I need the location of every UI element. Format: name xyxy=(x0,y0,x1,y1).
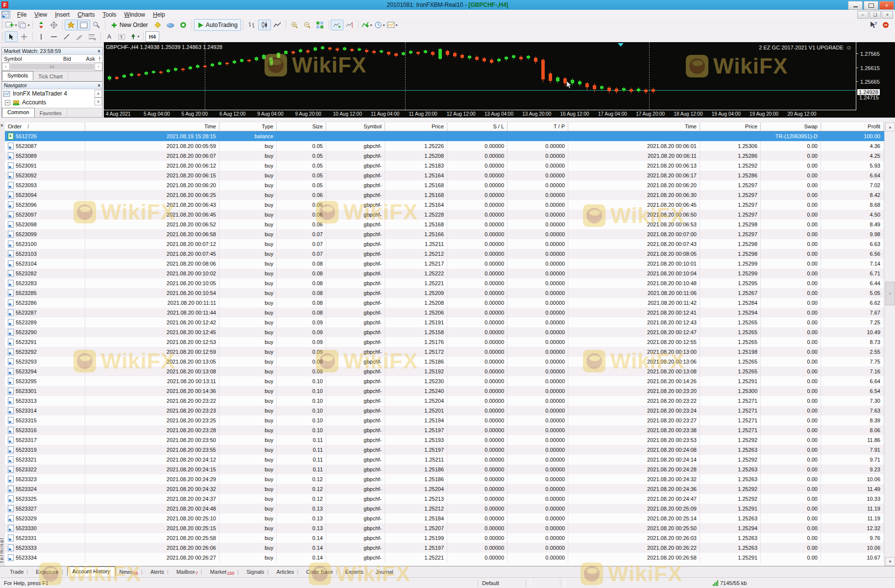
table-row[interactable]: 55230982021.08.20 00:06:52buy0.06gbpchf-… xyxy=(5,220,884,229)
table-row[interactable]: 55233332021.08.20 00:26:06buy0.14gbpchf-… xyxy=(5,543,884,553)
tab-tick-chart[interactable]: Tick Chart xyxy=(33,73,68,80)
text-label-icon[interactable]: T xyxy=(116,31,128,42)
line-chart-icon[interactable] xyxy=(271,20,284,30)
market-watch-hscrollbar[interactable]: ‹ III › xyxy=(2,63,102,71)
terminal-close-icon[interactable]: × xyxy=(0,123,3,128)
column-header-price[interactable]: Price xyxy=(385,122,447,131)
crosshair-icon[interactable] xyxy=(18,31,30,42)
tab-news[interactable]: News56| xyxy=(116,568,146,576)
vertical-line-icon[interactable] xyxy=(35,31,48,42)
tab-journal[interactable]: Journal xyxy=(372,568,397,576)
chart-plot-area[interactable]: GBPCHF-,H4 1.24938 1.25039 1.24863 1.249… xyxy=(104,42,856,110)
table-row[interactable]: 55233212021.08.20 00:24:12buy0.11gbpchf-… xyxy=(5,455,884,465)
child-restore-button[interactable]: ❏ xyxy=(870,11,881,19)
table-row[interactable]: 55233012021.08.20 00:14:36buy0.10gbpchf-… xyxy=(5,386,884,396)
new-order-button[interactable]: New Order xyxy=(107,19,151,31)
timeframe-h4-button[interactable]: H4 xyxy=(145,31,159,42)
tab-experts[interactable]: Experts| xyxy=(341,568,371,576)
minimize-button[interactable] xyxy=(848,1,863,10)
new-chart-button[interactable]: ▾ xyxy=(5,20,18,30)
bar-chart-icon[interactable] xyxy=(245,20,258,30)
menu-item-help[interactable]: Help xyxy=(149,10,169,19)
arrows-button[interactable]: ▾ xyxy=(128,31,141,42)
scroll-up-icon[interactable]: ∧ xyxy=(95,90,102,98)
column-header-time[interactable]: Time xyxy=(85,122,219,131)
tab-articles[interactable]: Articles| xyxy=(272,568,302,576)
navigator-close-icon[interactable]: × xyxy=(97,83,100,88)
autotrading-button[interactable]: AutoTrading xyxy=(194,19,241,31)
alerts-sound-icon[interactable] xyxy=(177,20,190,30)
tab-symbols[interactable]: Symbols xyxy=(2,71,33,80)
account-history-table[interactable]: Order/TimeTypeSizeSymbolPriceS / LT / PT… xyxy=(5,122,884,566)
chart-shift-icon[interactable] xyxy=(343,20,356,30)
table-row[interactable]: 55232852021.08.20 00:10:54buy0.08gbpchf-… xyxy=(5,288,884,298)
column-header-type[interactable]: Type xyxy=(219,122,277,131)
metaeditor-icon[interactable] xyxy=(151,20,164,30)
table-row[interactable]: 55233342021.08.20 00:26:27buy0.14gbpchf-… xyxy=(5,553,884,563)
table-row[interactable]: 55231042021.08.20 00:08:06buy0.08gbpchf-… xyxy=(5,259,884,269)
balance-row[interactable]: 55127262021.08.19 15:28:15balanceTR-(120… xyxy=(5,131,884,141)
scroll-left-icon[interactable]: ‹ xyxy=(2,63,10,71)
column-header-price[interactable]: Price xyxy=(700,122,761,131)
trendline-icon[interactable] xyxy=(60,31,73,42)
table-row[interactable]: 55231032021.08.20 00:07:45buy0.07gbpchf-… xyxy=(5,249,884,259)
table-row[interactable]: 55233272021.08.20 00:24:48buy0.13gbpchf-… xyxy=(5,504,884,514)
table-row[interactable]: 55230962021.08.20 00:06:43buy0.06gbpchf-… xyxy=(5,200,884,210)
maximize-button[interactable] xyxy=(864,1,878,10)
strategy-tester-icon[interactable] xyxy=(90,20,103,30)
table-row[interactable]: 55233222021.08.20 00:24:15buy0.11gbpchf-… xyxy=(5,465,884,474)
terminal-toggle-icon[interactable] xyxy=(77,20,90,30)
table-row[interactable]: 55230912021.08.20 00:06:12buy0.05gbpchf-… xyxy=(5,161,884,171)
table-row[interactable]: 55233192021.08.20 00:23:55buy0.11gbpchf-… xyxy=(5,445,884,455)
table-row[interactable]: 55232862021.08.20 00:11:11buy0.08gbpchf-… xyxy=(5,298,884,308)
table-row[interactable]: 55232832021.08.20 00:10:05buy0.08gbpchf-… xyxy=(5,278,884,288)
table-row[interactable]: 55232952021.08.20 00:13:11buy0.10gbpchf-… xyxy=(5,376,884,386)
tab-code-base[interactable]: Code Base| xyxy=(302,568,341,576)
column-header-size[interactable]: Size xyxy=(277,122,326,131)
table-row[interactable]: 55233312021.08.20 00:25:58buy0.14gbpchf-… xyxy=(5,533,884,543)
close-button[interactable]: × xyxy=(879,1,894,10)
column-header-profit[interactable]: Profit xyxy=(821,122,884,131)
cursor-icon[interactable] xyxy=(5,31,18,42)
notification-icon[interactable] xyxy=(879,20,892,30)
table-row[interactable]: 55233152021.08.20 00:23:25buy0.10gbpchf-… xyxy=(5,416,884,425)
table-row[interactable]: 55232872021.08.20 00:11:44buy0.08gbpchf-… xyxy=(5,308,884,318)
table-row[interactable]: 55233142021.08.20 00:23:23buy0.10gbpchf-… xyxy=(5,406,884,416)
context-help-icon[interactable]: ? xyxy=(867,20,879,30)
zoom-in-icon[interactable] xyxy=(288,20,301,30)
table-row[interactable]: 55233292021.08.20 00:25:10buy0.13gbpchf-… xyxy=(5,514,884,523)
tab-mailbox[interactable]: Mailbox7| xyxy=(172,568,206,576)
tab-account-history[interactable]: Account History xyxy=(67,566,116,576)
publisher-icon[interactable] xyxy=(164,20,177,30)
table-row[interactable]: 55233302021.08.20 00:25:15buy0.13gbpchf-… xyxy=(5,523,884,533)
table-row[interactable]: 55230992021.08.20 00:06:58buy0.07gbpchf-… xyxy=(5,229,884,239)
tab-market[interactable]: Market150| xyxy=(206,568,243,576)
scroll-thumb[interactable]: ≡ xyxy=(885,282,895,305)
column-header-swap[interactable]: Swap xyxy=(761,122,821,131)
tab-trade[interactable]: Trade| xyxy=(6,568,32,576)
market-watch-close-icon[interactable]: × xyxy=(97,49,100,54)
price-axis[interactable]: 1.275651.266151.256651.249281.24715 xyxy=(856,42,895,110)
indicators-button[interactable]: ▾ xyxy=(361,20,373,30)
scroll-up-icon[interactable]: ▲ xyxy=(885,122,895,131)
tab-alerts[interactable]: Alerts| xyxy=(146,568,172,576)
text-icon[interactable]: A xyxy=(103,31,116,42)
table-row[interactable]: 55232822021.08.20 00:10:02buy0.08gbpchf-… xyxy=(5,269,884,278)
auto-scroll-icon[interactable] xyxy=(331,20,343,30)
market-watch-toggle-icon[interactable] xyxy=(35,20,48,30)
table-row[interactable]: 55232942021.08.20 00:13:08buy0.09gbpchf-… xyxy=(5,367,884,376)
navigator-accounts-item[interactable]: Accounts xyxy=(2,98,102,107)
menu-item-view[interactable]: View xyxy=(30,10,51,19)
column-header-tp[interactable]: T / P xyxy=(508,122,568,131)
table-row[interactable]: 55233232021.08.20 00:24:29buy0.12gbpchf-… xyxy=(5,474,884,484)
column-header-time[interactable]: Time xyxy=(568,122,700,131)
column-header-sl[interactable]: S / L xyxy=(447,122,508,131)
fibonacci-icon[interactable]: E xyxy=(86,31,98,42)
table-row[interactable]: 55230922021.08.20 00:06:15buy0.05gbpchf-… xyxy=(5,171,884,180)
table-row[interactable]: 55231002021.08.20 00:07:12buy0.07gbpchf-… xyxy=(5,239,884,249)
tab-common[interactable]: Common xyxy=(2,108,35,117)
table-row[interactable]: 55230942021.08.20 00:06:25buy0.06gbpchf-… xyxy=(5,190,884,200)
table-row[interactable]: 55232902021.08.20 00:12:45buy0.09gbpchf-… xyxy=(5,327,884,337)
tab-signals[interactable]: Signals| xyxy=(242,568,272,576)
navigator-toggle-icon[interactable] xyxy=(65,20,77,30)
